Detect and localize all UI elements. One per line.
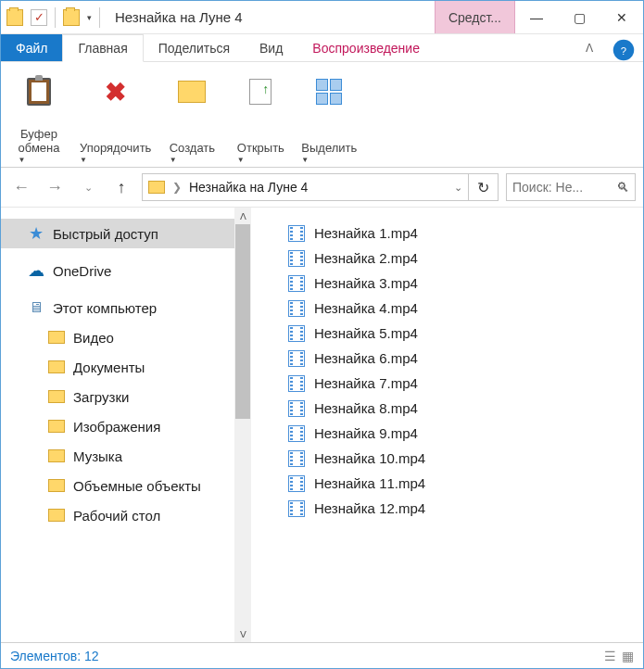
file-name: Незнайка 2.mp4 bbox=[314, 250, 418, 266]
minimize-button[interactable]: ― bbox=[515, 1, 558, 33]
qat-properties-icon[interactable]: ✓ bbox=[31, 9, 47, 26]
sidebar-onedrive[interactable]: ☁ OneDrive bbox=[1, 256, 251, 285]
sidebar-item[interactable]: Изображения bbox=[1, 411, 251, 441]
sidebar-item-label: Изображения bbox=[73, 419, 160, 435]
folder-icon bbox=[47, 507, 66, 524]
file-item[interactable]: Незнайка 6.mp4 bbox=[288, 346, 643, 371]
file-item[interactable]: Незнайка 7.mp4 bbox=[288, 371, 643, 396]
title-bar: ✓ ▾ Незнайка на Луне 4 Средст... ― ▢ ✕ bbox=[1, 1, 643, 34]
ribbon-organize-label: Упорядочить bbox=[80, 141, 151, 156]
file-item[interactable]: Незнайка 9.mp4 bbox=[288, 421, 643, 446]
video-file-icon bbox=[288, 500, 305, 517]
tab-home[interactable]: Главная bbox=[62, 34, 143, 62]
chevron-right-icon[interactable]: ❯ bbox=[172, 181, 182, 194]
sidebar-item-label: Объемные объекты bbox=[73, 478, 201, 494]
view-thumbnails-icon[interactable]: ▦ bbox=[622, 649, 634, 663]
file-name: Незнайка 11.mp4 bbox=[314, 475, 425, 491]
sidebar-item[interactable]: Документы bbox=[1, 352, 251, 382]
file-item[interactable]: Незнайка 4.mp4 bbox=[288, 296, 643, 321]
sidebar-item[interactable]: Музыка bbox=[1, 441, 251, 471]
file-name: Незнайка 7.mp4 bbox=[314, 375, 418, 391]
star-icon: ★ bbox=[27, 225, 45, 242]
ribbon-organize[interactable]: ✖ Упорядочить▼ bbox=[73, 66, 158, 167]
forward-button[interactable]: → bbox=[42, 174, 68, 200]
sidebar-label: Этот компьютер bbox=[53, 300, 157, 316]
address-dropdown-icon[interactable]: ⌄ bbox=[454, 182, 462, 194]
file-item[interactable]: Незнайка 12.mp4 bbox=[288, 496, 643, 521]
sidebar-item[interactable]: Рабочий стол bbox=[1, 500, 251, 530]
scroll-up-icon[interactable]: ᐱ bbox=[234, 208, 251, 224]
file-name: Незнайка 8.mp4 bbox=[314, 400, 418, 416]
folder-qat-icon[interactable] bbox=[63, 9, 80, 26]
file-name: Незнайка 4.mp4 bbox=[314, 300, 418, 316]
search-input[interactable] bbox=[512, 180, 616, 195]
ribbon-clipboard-label: Буфер обмена bbox=[19, 127, 60, 156]
file-name: Незнайка 1.mp4 bbox=[314, 225, 418, 241]
qat-customize-icon[interactable]: ▾ bbox=[87, 13, 92, 22]
tab-playback[interactable]: Воспроизведение bbox=[297, 34, 435, 61]
sidebar-item-label: Рабочий стол bbox=[73, 508, 160, 524]
scroll-down-icon[interactable]: ᐯ bbox=[234, 625, 251, 642]
address-folder-icon bbox=[148, 181, 165, 194]
ribbon-select[interactable]: Выделить▼ bbox=[295, 66, 363, 167]
file-item[interactable]: Незнайка 11.mp4 bbox=[288, 471, 643, 496]
sidebar-quick-access[interactable]: ★ Быстрый доступ bbox=[1, 219, 251, 248]
sidebar-item[interactable]: Видео bbox=[1, 322, 251, 352]
sidebar-this-pc[interactable]: 🖥 Этот компьютер bbox=[1, 293, 251, 322]
sidebar-item[interactable]: Объемные объекты bbox=[1, 471, 251, 500]
address-bar[interactable]: ❯ Незнайка на Луне 4 ⌄ bbox=[142, 173, 469, 201]
video-file-icon bbox=[288, 350, 305, 367]
sidebar-scrollbar[interactable]: ᐱ ᐯ bbox=[234, 208, 251, 642]
search-box[interactable]: 🔍︎ bbox=[506, 173, 636, 201]
tab-view[interactable]: Вид bbox=[245, 34, 297, 61]
search-icon[interactable]: 🔍︎ bbox=[616, 180, 629, 195]
ribbon-new-label: Создать bbox=[170, 141, 215, 156]
refresh-button[interactable]: ↻ bbox=[469, 173, 499, 201]
contextual-tab-tools[interactable]: Средст... bbox=[435, 1, 515, 33]
sidebar-label: Быстрый доступ bbox=[53, 226, 158, 242]
select-icon bbox=[316, 79, 342, 105]
file-name: Незнайка 12.mp4 bbox=[314, 500, 425, 516]
back-button[interactable]: ← bbox=[8, 174, 34, 200]
tab-file[interactable]: Файл bbox=[1, 34, 62, 61]
sidebar-item-label: Музыка bbox=[73, 448, 122, 464]
ribbon: Буфер обмена▼ ✖ Упорядочить▼ Создать▼ От… bbox=[1, 62, 643, 168]
navigation-pane: ★ Быстрый доступ ☁ OneDrive 🖥 Этот компь… bbox=[1, 208, 251, 642]
file-name: Незнайка 6.mp4 bbox=[314, 350, 418, 366]
clipboard-icon bbox=[27, 78, 51, 106]
video-file-icon bbox=[288, 375, 305, 392]
file-item[interactable]: Незнайка 3.mp4 bbox=[288, 271, 643, 296]
help-icon[interactable]: ? bbox=[613, 40, 635, 61]
delete-icon: ✖ bbox=[105, 77, 126, 107]
folder-icon bbox=[47, 448, 66, 464]
maximize-button[interactable]: ▢ bbox=[558, 1, 600, 33]
window-title: Незнайка на Луне 4 bbox=[107, 9, 243, 25]
main-area: ★ Быстрый доступ ☁ OneDrive 🖥 Этот компь… bbox=[1, 207, 643, 642]
ribbon-new[interactable]: Создать▼ bbox=[158, 66, 226, 167]
file-item[interactable]: Незнайка 5.mp4 bbox=[288, 321, 643, 346]
sidebar-item-label: Документы bbox=[73, 360, 145, 375]
video-file-icon bbox=[288, 425, 305, 442]
up-button[interactable]: ↑ bbox=[108, 174, 134, 200]
tab-share[interactable]: Поделиться bbox=[144, 34, 245, 61]
breadcrumb-current[interactable]: Незнайка на Луне 4 bbox=[189, 180, 308, 195]
ribbon-open[interactable]: Открыть▼ bbox=[226, 66, 295, 167]
status-items-label: Элементов: bbox=[10, 649, 81, 663]
ribbon-tabs: Файл Главная Поделиться Вид Воспроизведе… bbox=[1, 34, 643, 62]
file-item[interactable]: Незнайка 1.mp4 bbox=[288, 221, 643, 246]
sidebar-item-label: Загрузки bbox=[73, 389, 129, 405]
scroll-thumb[interactable] bbox=[235, 224, 250, 419]
file-list[interactable]: Незнайка 1.mp4Незнайка 2.mp4Незнайка 3.m… bbox=[251, 208, 643, 642]
file-name: Незнайка 5.mp4 bbox=[314, 325, 418, 341]
ribbon-clipboard[interactable]: Буфер обмена▼ bbox=[5, 66, 73, 167]
file-item[interactable]: Незнайка 2.mp4 bbox=[288, 246, 643, 271]
file-item[interactable]: Незнайка 10.mp4 bbox=[288, 446, 643, 471]
close-button[interactable]: ✕ bbox=[600, 1, 643, 33]
cloud-icon: ☁ bbox=[27, 262, 45, 279]
file-item[interactable]: Незнайка 8.mp4 bbox=[288, 396, 643, 421]
collapse-ribbon-icon[interactable]: ᐱ bbox=[573, 34, 606, 61]
ribbon-open-label: Открыть bbox=[237, 141, 284, 156]
recent-locations-icon[interactable]: ⌄ bbox=[75, 174, 101, 200]
sidebar-item[interactable]: Загрузки bbox=[1, 382, 251, 411]
view-details-icon[interactable]: ☰ bbox=[604, 649, 616, 663]
